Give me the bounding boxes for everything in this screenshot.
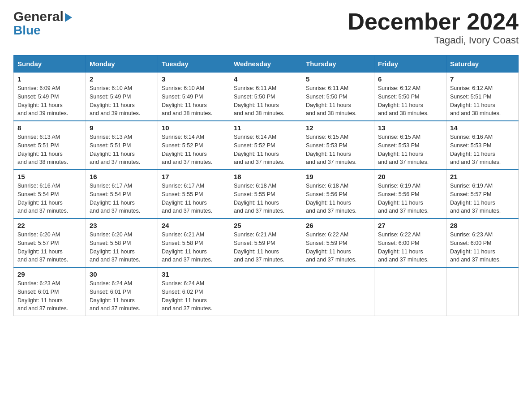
daylight-info: Daylight: 11 hours	[90, 150, 154, 158]
daylight-cont: and and 37 minutes.	[162, 304, 226, 313]
title-block: December 2024 Tagadi, Ivory Coast	[348, 9, 519, 46]
sunset-info: Sunset: 5:50 PM	[378, 93, 442, 101]
day-cell: 15 Sunrise: 6:16 AM Sunset: 5:54 PM Dayl…	[14, 170, 86, 218]
day-number: 13	[378, 124, 442, 132]
daylight-info: Daylight: 11 hours	[234, 150, 298, 158]
day-cell: 13 Sunrise: 6:15 AM Sunset: 5:53 PM Dayl…	[374, 121, 446, 170]
daylight-info: Daylight: 11 hours	[378, 248, 442, 256]
sunrise-info: Sunrise: 6:10 AM	[90, 84, 154, 93]
week-row-2: 8 Sunrise: 6:13 AM Sunset: 5:51 PM Dayli…	[14, 121, 519, 170]
sunrise-info: Sunrise: 6:09 AM	[17, 84, 82, 93]
daylight-info: Daylight: 11 hours	[17, 101, 82, 110]
sunrise-info: Sunrise: 6:19 AM	[450, 182, 515, 190]
sunrise-info: Sunrise: 6:17 AM	[162, 182, 226, 190]
sunset-info: Sunset: 5:59 PM	[234, 239, 298, 248]
daylight-cont: and and 37 minutes.	[17, 304, 82, 313]
day-number: 17	[162, 173, 226, 180]
header-cell-saturday: Saturday	[446, 56, 519, 73]
sunrise-info: Sunrise: 6:20 AM	[17, 231, 82, 239]
sunrise-info: Sunrise: 6:23 AM	[450, 231, 515, 239]
daylight-cont: and and 37 minutes.	[90, 256, 154, 264]
daylight-info: Daylight: 11 hours	[306, 248, 370, 256]
sunset-info: Sunset: 5:51 PM	[17, 141, 82, 150]
daylight-info: Daylight: 11 hours	[90, 199, 154, 207]
daylight-info: Daylight: 11 hours	[17, 199, 82, 207]
day-cell: 29 Sunrise: 6:23 AM Sunset: 6:01 PM Dayl…	[14, 267, 86, 316]
daylight-cont: and and 37 minutes.	[17, 207, 82, 215]
day-number: 26	[306, 222, 370, 229]
day-cell: 4 Sunrise: 6:11 AM Sunset: 5:50 PM Dayli…	[230, 73, 302, 121]
day-cell: 7 Sunrise: 6:12 AM Sunset: 5:51 PM Dayli…	[446, 73, 519, 121]
sunset-info: Sunset: 5:53 PM	[378, 141, 442, 150]
sunrise-info: Sunrise: 6:18 AM	[306, 182, 370, 190]
daylight-info: Daylight: 11 hours	[17, 248, 82, 256]
sunrise-info: Sunrise: 6:22 AM	[306, 231, 370, 239]
sunrise-info: Sunrise: 6:17 AM	[90, 182, 154, 190]
day-cell: 11 Sunrise: 6:14 AM Sunset: 5:52 PM Dayl…	[230, 121, 302, 170]
week-row-5: 29 Sunrise: 6:23 AM Sunset: 6:01 PM Dayl…	[14, 267, 519, 316]
calendar-body: 1 Sunrise: 6:09 AM Sunset: 5:49 PM Dayli…	[14, 73, 519, 316]
day-number: 8	[17, 124, 82, 132]
sunrise-info: Sunrise: 6:14 AM	[234, 133, 298, 141]
day-cell: 14 Sunrise: 6:16 AM Sunset: 5:53 PM Dayl…	[446, 121, 519, 170]
daylight-cont: and and 38 minutes.	[162, 109, 226, 118]
header-cell-tuesday: Tuesday	[158, 56, 230, 73]
sunrise-info: Sunrise: 6:13 AM	[17, 133, 82, 141]
daylight-cont: and and 38 minutes.	[17, 158, 82, 167]
daylight-cont: and and 37 minutes.	[234, 207, 298, 215]
daylight-info: Daylight: 11 hours	[90, 248, 154, 256]
sunrise-info: Sunrise: 6:13 AM	[90, 133, 154, 141]
page-header: General Blue December 2024 Tagadi, Ivory…	[13, 9, 519, 46]
calendar-header: SundayMondayTuesdayWednesdayThursdayFrid…	[14, 56, 519, 73]
day-number: 19	[306, 173, 370, 180]
sunrise-info: Sunrise: 6:20 AM	[90, 231, 154, 239]
daylight-cont: and and 37 minutes.	[378, 256, 442, 264]
logo-line1: General	[13, 9, 72, 24]
day-cell	[446, 267, 519, 316]
daylight-info: Daylight: 11 hours	[162, 101, 226, 110]
daylight-info: Daylight: 11 hours	[378, 101, 442, 110]
daylight-info: Daylight: 11 hours	[306, 150, 370, 158]
daylight-info: Daylight: 11 hours	[162, 150, 226, 158]
day-number: 3	[162, 75, 226, 83]
day-cell: 9 Sunrise: 6:13 AM Sunset: 5:51 PM Dayli…	[86, 121, 158, 170]
header-cell-friday: Friday	[374, 56, 446, 73]
calendar-title: December 2024	[348, 9, 519, 34]
sunrise-info: Sunrise: 6:10 AM	[162, 84, 226, 93]
day-cell: 31 Sunrise: 6:24 AM Sunset: 6:02 PM Dayl…	[158, 267, 230, 316]
daylight-cont: and and 37 minutes.	[90, 158, 154, 167]
sunrise-info: Sunrise: 6:15 AM	[378, 133, 442, 141]
sunrise-info: Sunrise: 6:11 AM	[234, 84, 298, 93]
day-cell: 24 Sunrise: 6:21 AM Sunset: 5:58 PM Dayl…	[158, 218, 230, 267]
day-cell	[374, 267, 446, 316]
sunset-info: Sunset: 5:58 PM	[90, 239, 154, 248]
day-number: 16	[90, 173, 154, 180]
daylight-cont: and and 38 minutes.	[306, 109, 370, 118]
sunrise-info: Sunrise: 6:14 AM	[162, 133, 226, 141]
daylight-cont: and and 37 minutes.	[450, 158, 515, 167]
sunrise-info: Sunrise: 6:16 AM	[17, 182, 82, 190]
sunset-info: Sunset: 5:57 PM	[17, 239, 82, 248]
day-number: 7	[450, 75, 515, 83]
day-cell: 6 Sunrise: 6:12 AM Sunset: 5:50 PM Dayli…	[374, 73, 446, 121]
daylight-cont: and and 38 minutes.	[378, 109, 442, 118]
daylight-cont: and and 37 minutes.	[234, 256, 298, 264]
sunset-info: Sunset: 5:54 PM	[90, 190, 154, 199]
sunrise-info: Sunrise: 6:11 AM	[306, 84, 370, 93]
daylight-info: Daylight: 11 hours	[378, 150, 442, 158]
day-cell	[302, 267, 374, 316]
day-number: 9	[90, 124, 154, 132]
day-number: 1	[17, 75, 82, 83]
sunset-info: Sunset: 5:52 PM	[234, 141, 298, 150]
header-row: SundayMondayTuesdayWednesdayThursdayFrid…	[14, 56, 519, 73]
day-number: 15	[17, 173, 82, 180]
sunset-info: Sunset: 5:49 PM	[17, 93, 82, 101]
sunrise-info: Sunrise: 6:15 AM	[306, 133, 370, 141]
daylight-info: Daylight: 11 hours	[162, 296, 226, 305]
daylight-cont: and and 37 minutes.	[450, 256, 515, 264]
day-cell: 30 Sunrise: 6:24 AM Sunset: 6:01 PM Dayl…	[86, 267, 158, 316]
daylight-cont: and and 37 minutes.	[162, 207, 226, 215]
day-number: 6	[378, 75, 442, 83]
sunset-info: Sunset: 5:50 PM	[234, 93, 298, 101]
sunset-info: Sunset: 5:58 PM	[162, 239, 226, 248]
